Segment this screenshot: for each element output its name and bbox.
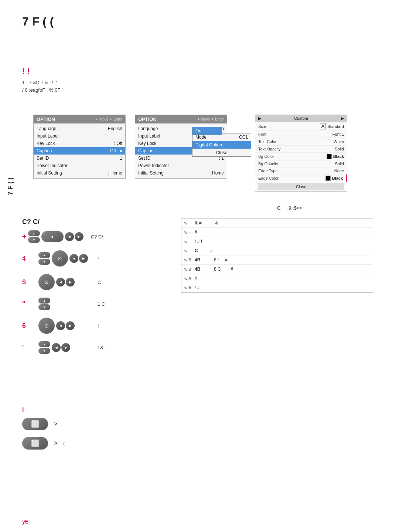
bg-color-box <box>327 154 332 159</box>
option-row-power-2: Power Indicator <box>135 162 227 169</box>
btn-pill-1[interactable]: ● <box>41 231 64 242</box>
btn-updown-wrap-6: ▲ ▼ <box>38 341 50 354</box>
btn-up-1[interactable]: ▲ <box>28 230 40 236</box>
button-icon-area-1: + ▲ ▼ ● ◀ ▶ <box>22 230 83 243</box>
btn-updown-1: ▲ ▼ <box>28 230 40 243</box>
step-number-4: " <box>22 300 31 308</box>
scroll-arrow-2: > <box>54 440 57 447</box>
scroll-pill-1[interactable]: ⬜ <box>22 418 48 430</box>
btn-right-3[interactable]: ▶ <box>66 278 75 287</box>
rt-row-4: w C # <box>181 246 373 255</box>
button-icon-area-4: ▲ ▼ <box>38 298 90 310</box>
scroll-step-title: I <box>22 407 170 413</box>
cs-close-button[interactable]: Close <box>258 183 344 190</box>
btn-down-2[interactable]: ▼ <box>38 259 50 265</box>
btn-down-1[interactable]: ▼ <box>28 237 40 243</box>
btn-up-2[interactable]: ▲ <box>38 252 50 258</box>
button-icon-area-5: ⊙ ◀ ▶ <box>38 318 90 334</box>
option-row-language-1: Language : English <box>34 125 125 132</box>
rt-row-7: w A # <box>181 274 373 283</box>
btn-right-6[interactable]: ▶ <box>61 343 70 352</box>
cs-edgetype-row: Edge Type None <box>255 167 347 174</box>
btn-left-2[interactable]: ◀ <box>69 254 78 263</box>
option-header-2: OPTION ✦ Move ✦ Enter <box>135 115 227 123</box>
btn-right-5[interactable]: ▶ <box>66 321 75 330</box>
cs-bgcolor-row: Bg Color Black <box>255 153 347 160</box>
option-row-keylock-1: Key Lock : Off <box>34 140 125 147</box>
rt-row-1: w & # & <box>181 218 373 228</box>
warning-title: ! ! <box>22 67 355 76</box>
page-title: 7 F ( ( <box>22 15 54 28</box>
option-title-1: OPTION <box>37 116 55 122</box>
btn-down-4[interactable]: ▼ <box>38 304 50 310</box>
btn-updown-6: ▲ ▼ <box>38 341 50 354</box>
btn-leftright-5: ◀ ▶ <box>56 321 75 330</box>
warning-section: ! ! 1 ; 7 &D 7 & ! !! ' / 0 :eagfoF . % … <box>22 67 355 94</box>
btn-right-2[interactable]: ▶ <box>79 254 88 263</box>
btn-circle-5[interactable]: ⊙ <box>38 318 55 334</box>
btn-circle-3[interactable]: ⊙ <box>38 274 55 290</box>
caption-close-row: Close <box>192 149 251 156</box>
scroll-section: I ⬜ > ⬜ > ( <box>22 407 170 456</box>
button-desc-5: ! <box>98 323 355 329</box>
option-row-caption-1: Caption : Off ● <box>34 147 125 155</box>
cs-edgecolor-row: Edge Color Black <box>255 174 347 182</box>
button-icon-area-6: ▲ ▼ ◀ ▶ <box>38 341 90 354</box>
caption-digital-row: Digital Option <box>192 141 251 149</box>
btn-left-5[interactable]: ◀ <box>56 321 65 330</box>
step-number-2: 4 <box>22 255 31 262</box>
right-info-table: w & # & w - # w ! # ! w C # w B 4B 8 ! #… <box>181 218 373 293</box>
cs-textopacity-row: Text Opacity Solid <box>255 146 347 153</box>
btn-updown-2: ▲ ▼ <box>38 252 50 265</box>
cs-size-row: Size A Standard <box>255 122 347 131</box>
btn-updown-wrap-2: ▲ ▼ <box>38 252 50 265</box>
btn-left-3[interactable]: ◀ <box>56 278 65 287</box>
cs-textcolor-row: Text Color White <box>255 138 347 146</box>
option-title-2: OPTION <box>138 116 157 122</box>
option-row-initial-1: Initial Setting : Home <box>34 169 125 177</box>
button-desc-6: ! & - <box>98 345 355 350</box>
button-desc-4: 1 C <box>98 301 355 307</box>
rt-row-8: w A ! # <box>181 283 373 292</box>
btn-group-1: ▲ ▼ <box>28 230 40 243</box>
step-number-5: 6 <box>22 322 31 330</box>
caption-settings-header: ▶ Custom ▶ <box>255 115 347 122</box>
scroll-label-2: ( <box>63 441 65 446</box>
scroll-pill-2[interactable]: ⬜ <box>22 437 48 450</box>
button-icon-area-2: ▲ ▼ ⊙ ◀ ▶ <box>38 250 90 267</box>
btn-left-6[interactable]: ◀ <box>52 343 61 352</box>
rt-row-6: w B 4B 8 C # <box>181 265 373 274</box>
btn-updown-4: ▲ ▼ <box>38 298 50 310</box>
button-item-6: ' ▲ ▼ ◀ ▶ ! & - <box>22 341 355 354</box>
btn-leftright-2: ◀ ▶ <box>69 254 88 263</box>
option-panel-1: OPTION ✦ Move ✦ Enter Language : English… <box>33 115 126 179</box>
cs-font-row: Font Font 1 <box>255 131 347 138</box>
btn-circle-2[interactable]: ⊙ <box>52 250 68 267</box>
rt-row-3: w ! # ! <box>181 237 373 246</box>
btn-left-1[interactable]: ◀ <box>65 232 74 241</box>
option-header-1: OPTION ✦ Move ✦ Enter <box>34 115 125 123</box>
side-label: 7 F ( ) <box>7 177 14 195</box>
scroll-item-2: ⬜ > ( <box>22 437 170 450</box>
option-row-inputlabel-1: Input Label <box>34 132 125 140</box>
option-nav-1: ✦ Move ✦ Enter <box>95 117 122 121</box>
cs-bgopacity-row: Bg Opacity Solid <box>255 160 347 167</box>
text-color-box <box>327 139 332 144</box>
btn-up-4[interactable]: ▲ <box>38 298 50 304</box>
option-nav-2: ✦ Move ✦ Enter <box>197 117 224 121</box>
btn-down-6[interactable]: ▼ <box>38 348 50 354</box>
warning-line2: / 0 :eagfoF . % 0F ' <box>22 87 355 94</box>
step-number-6: ' <box>22 344 31 352</box>
option-row-setid-1: Set ID : 1 <box>34 155 125 162</box>
caption-on-popup: On <box>192 127 222 135</box>
plus-icon: + <box>22 233 27 241</box>
btn-right-1[interactable]: ▶ <box>75 232 83 241</box>
rt-row-2: w - # <box>181 228 373 237</box>
warning-line1: 1 ; 7 &D 7 & ! !! ' <box>22 79 355 87</box>
edge-color-box <box>325 176 331 181</box>
btn-leftright-1: ◀ ▶ <box>65 232 83 241</box>
btn-up-6[interactable]: ▲ <box>38 341 50 347</box>
btn-leftright-6: ◀ ▶ <box>52 343 70 352</box>
option-body-1: Language : English Input Label Key Lock … <box>34 123 125 178</box>
btn-updown-wrap-4: ▲ ▼ <box>38 298 50 310</box>
